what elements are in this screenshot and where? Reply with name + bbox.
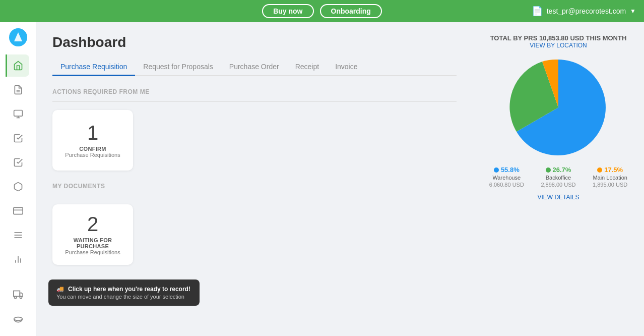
sidebar-item-settings[interactable] [7,308,29,330]
pie-chart [508,57,609,158]
chevron-down-icon[interactable]: ▼ [630,8,636,15]
sidebar-item-orders[interactable] [7,103,29,125]
chart-header: TOTAL BY PRS 10,853.80 USD THIS MONTH VI… [481,34,636,49]
waiting-card-type: Purchase Requisitions [65,249,120,255]
onboarding-button[interactable]: Onboarding [320,4,382,18]
svg-rect-4 [14,110,22,117]
rocket-icon: 🚚 [56,286,64,293]
main-layout: Dashboard Purchase Requisition Request f… [0,22,644,336]
legend-amount-backoffice: 2,898.00 USD [541,182,575,188]
actions-cards-row: 1 CONFIRM Purchase Requisitions [52,110,457,171]
top-bar: Buy now Onboarding 📄 test_pr@precorotest… [0,0,644,22]
legend-name-backoffice: Backoffice [546,175,571,181]
legend-pct-warehouse: 55.8% [501,166,520,174]
legend-backoffice: 26.7% Backoffice 2,898.00 USD [541,166,575,188]
logo[interactable] [9,28,27,48]
sidebar-item-requisitions[interactable] [7,79,29,101]
my-documents-divider [52,196,457,196]
svg-point-17 [14,296,16,298]
sidebar-item-payments[interactable] [7,200,29,222]
sidebar-item-menu[interactable] [7,224,29,246]
chart-legend: 55.8% Warehouse 6,060.80 USD 26.7% Backo… [481,166,636,188]
sidebar-item-truck[interactable] [7,284,29,306]
legend-warehouse: 55.8% Warehouse 6,060.80 USD [489,166,524,188]
legend-dot-backoffice [546,167,551,173]
sidebar-item-inventory[interactable] [7,176,29,198]
svg-point-19 [14,317,22,321]
document-icon: 📄 [532,6,543,17]
sidebar-item-proposals[interactable] [7,127,29,149]
svg-marker-16 [20,293,23,297]
my-documents-label: MY DOCUMENTS [52,183,457,190]
legend-pct-backoffice: 26.7% [553,166,571,174]
svg-rect-7 [13,207,22,214]
legend-main-location: 17.5% Main Location 1,895.00 USD [593,166,627,188]
confirm-card-number: 1 [87,123,98,143]
sidebar-item-receipts[interactable] [7,151,29,174]
legend-amount-main-location: 1,895.00 USD [593,182,627,188]
confirm-card-type: Purchase Requisitions [65,152,120,158]
sidebar-item-home[interactable] [6,54,29,77]
confirm-card[interactable]: 1 CONFIRM Purchase Requisitions [52,110,133,171]
actions-divider [52,101,457,102]
svg-point-18 [20,296,22,298]
chart-view-by-location[interactable]: VIEW BY LOCATION [481,42,636,49]
buy-now-button[interactable]: Buy now [262,4,313,18]
tooltip-subtitle: You can move and change the size of your… [56,294,191,300]
content-area: Dashboard Purchase Requisition Request f… [36,22,644,336]
legend-name-main-location: Main Location [593,175,627,181]
right-panel: TOTAL BY PRS 10,853.80 USD THIS MONTH VI… [473,22,644,336]
tab-purchase-requisition[interactable]: Purchase Requisition [52,59,135,76]
user-email: test_pr@precorotest.com [547,7,626,15]
actions-section-label: ACTIONS REQUIRED FROM ME [52,88,457,95]
tabs: Purchase Requisition Request for Proposa… [52,59,457,76]
svg-rect-15 [13,291,19,297]
tab-request-for-proposals[interactable]: Request for Proposals [135,59,221,76]
pie-chart-container [481,57,636,158]
tab-invoice[interactable]: Invoice [327,59,365,76]
onboarding-tooltip: 🚚 Click up here when you're ready to rec… [48,279,200,306]
tab-purchase-order[interactable]: Purchase Order [221,59,287,76]
legend-dot-warehouse [494,167,499,173]
tab-receipt[interactable]: Receipt [287,59,327,76]
waiting-card-number: 2 [87,214,98,234]
legend-name-warehouse: Warehouse [492,175,521,181]
confirm-card-action: CONFIRM [79,146,106,152]
sidebar-item-analytics[interactable] [7,248,29,270]
view-details-link[interactable]: VIEW DETAILS [481,194,636,201]
my-documents-cards-row: 2 WAITING FOR PURCHASE Purchase Requisit… [52,204,457,265]
waiting-card-action: WAITING FOR PURCHASE [60,237,125,249]
waiting-card[interactable]: 2 WAITING FOR PURCHASE Purchase Requisit… [52,204,133,265]
tooltip-title: 🚚 Click up here when you're ready to rec… [56,286,191,293]
sidebar [0,22,36,336]
legend-pct-main-location: 17.5% [604,166,623,174]
legend-dot-main-location [597,167,602,173]
chart-total: TOTAL BY PRS 10,853.80 USD THIS MONTH [481,34,636,42]
legend-amount-warehouse: 6,060.80 USD [489,182,524,188]
page-title: Dashboard [52,34,457,50]
